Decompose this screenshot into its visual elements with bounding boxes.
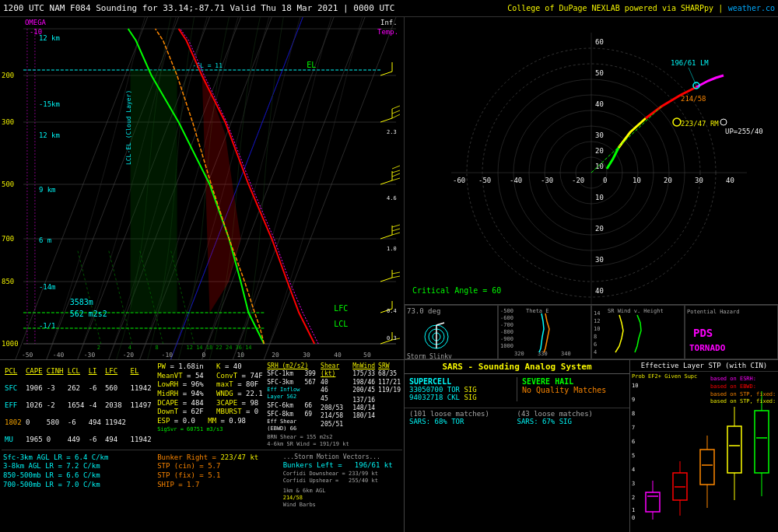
svg-text:10: 10 bbox=[632, 383, 638, 389]
svg-text:TORNADO: TORNADO bbox=[689, 343, 726, 353]
svg-text:Prob EF2+ Given Supc: Prob EF2+ Given Supc bbox=[632, 373, 697, 380]
svg-text:40: 40 bbox=[595, 287, 604, 295]
svg-text:Theta E: Theta E bbox=[526, 308, 549, 314]
svg-text:1.0: 1.0 bbox=[387, 246, 397, 252]
svg-text:-10: -10 bbox=[30, 28, 42, 36]
svg-text:214/58: 214/58 bbox=[681, 95, 706, 103]
thetae-panel: -500 -600 -700 -800 -900 1000 320 330 34… bbox=[498, 305, 591, 359]
svg-text:9 km: 9 km bbox=[39, 186, 56, 194]
svg-text:0: 0 bbox=[603, 177, 607, 184]
svg-text:-40: -40 bbox=[510, 177, 522, 184]
sars-supercell-percent: SARS: 68% TOR bbox=[409, 418, 517, 425]
svg-text:PDS: PDS bbox=[693, 327, 713, 339]
svg-text:700: 700 bbox=[2, 235, 14, 243]
svg-text:14: 14 bbox=[594, 310, 600, 317]
hazard-svg: Potential Hazard PDS TORNADO bbox=[685, 306, 778, 359]
svg-text:9: 9 bbox=[632, 397, 635, 403]
sars-hail-header: SEVERE HAIL bbox=[522, 377, 625, 386]
svg-text:20: 20 bbox=[595, 225, 604, 233]
stp-title: Effective Layer STP (with CIN) bbox=[630, 360, 778, 372]
svg-text:Critical Angle = 60: Critical Angle = 60 bbox=[412, 286, 501, 295]
svg-text:5: 5 bbox=[632, 453, 635, 459]
svg-text:10: 10 bbox=[237, 352, 244, 359]
svg-text:-15km: -15km bbox=[39, 100, 60, 108]
sars-hail-percent: SARS: 67% SIG bbox=[517, 418, 626, 425]
svg-text:8: 8 bbox=[594, 334, 597, 340]
svg-text:LFC: LFC bbox=[334, 304, 348, 313]
data-panel: PCL CAPE CINH LCL LI LFC EL SFC 1906 -3 … bbox=[0, 359, 405, 532]
svg-text:4: 4 bbox=[594, 349, 597, 355]
svg-text:1000: 1000 bbox=[2, 340, 19, 348]
svg-text:3583m: 3583m bbox=[70, 298, 93, 306]
svg-text:UP=255/40: UP=255/40 bbox=[725, 128, 763, 135]
storm-slinky-panel: 73.0 deg Storm Slinky bbox=[405, 305, 498, 359]
svg-text:40: 40 bbox=[595, 100, 604, 108]
svg-text:-600: -600 bbox=[500, 315, 513, 321]
svg-text:-800: -800 bbox=[500, 329, 513, 335]
svg-text:7: 7 bbox=[632, 425, 635, 431]
svg-text:223/47 RM: 223/47 RM bbox=[681, 120, 719, 128]
svg-text:-30: -30 bbox=[541, 177, 553, 184]
hodograph-svg: -60 -50 -40 -30 -20 0 10 20 30 40 60 50 … bbox=[405, 17, 778, 305]
header-bar: 1200 UTC NAM F084 Sounding for 33.14;-87… bbox=[0, 0, 778, 17]
svg-text:10: 10 bbox=[595, 194, 604, 201]
skewt-panel: 200 300 500 700 850 1000 12 km -15km 12 … bbox=[0, 17, 405, 359]
svg-text:0.4: 0.4 bbox=[387, 308, 397, 314]
sr-wind-panel: 14 12 10 8 6 4 SR Wind v. Height bbox=[591, 305, 685, 359]
svg-text:3: 3 bbox=[632, 481, 635, 487]
svg-text:-1/1: -1/1 bbox=[39, 322, 56, 330]
svg-text:850: 850 bbox=[2, 278, 14, 285]
sars-id-2: 94032718 CKL SIG bbox=[409, 394, 512, 401]
svg-text:40: 40 bbox=[726, 177, 734, 184]
svg-text:40: 40 bbox=[334, 352, 342, 359]
header-attribution: College of DuPage NEXLAB powered via SHA… bbox=[507, 4, 723, 12]
svg-text:196/61 LM: 196/61 LM bbox=[671, 59, 709, 67]
svg-text:10: 10 bbox=[633, 177, 641, 184]
hodograph-panel: -60 -50 -40 -30 -20 0 10 20 30 40 60 50 … bbox=[405, 17, 778, 305]
svg-text:30: 30 bbox=[595, 131, 604, 139]
svg-text:-900: -900 bbox=[500, 336, 513, 342]
sars-id-1: 33050700 TOR SIG bbox=[409, 386, 512, 394]
thetae-svg: -500 -600 -700 -800 -900 1000 320 330 34… bbox=[499, 306, 591, 359]
sars-title: SARS - Sounding Analog System bbox=[405, 360, 629, 374]
svg-text:Potential Hazard: Potential Hazard bbox=[687, 309, 739, 315]
svg-text:Inf.: Inf. bbox=[380, 19, 398, 26]
svg-text:1000: 1000 bbox=[500, 343, 513, 349]
svg-text:20: 20 bbox=[664, 177, 672, 184]
svg-text:OMEGA: OMEGA bbox=[25, 19, 47, 26]
svg-text:-20: -20 bbox=[572, 177, 584, 184]
svg-text:-14m: -14m bbox=[39, 283, 56, 291]
svg-text:2: 2 bbox=[97, 345, 100, 351]
svg-text:30: 30 bbox=[595, 256, 604, 264]
svg-text:0: 0 bbox=[632, 515, 635, 520]
svg-text:6: 6 bbox=[594, 341, 597, 348]
svg-text:200: 200 bbox=[2, 72, 14, 79]
sars-supercell-loose: (101 loose matches) bbox=[409, 410, 517, 418]
svg-text:LCL-EL (Cloud Layer): LCL-EL (Cloud Layer) bbox=[125, 90, 132, 165]
svg-text:4: 4 bbox=[632, 467, 635, 473]
svg-text:EL: EL bbox=[307, 61, 316, 69]
svg-text:73.0 deg: 73.0 deg bbox=[407, 307, 440, 315]
svg-text:-500: -500 bbox=[500, 308, 513, 314]
header-right: College of DuPage NEXLAB powered via SHA… bbox=[507, 3, 775, 13]
svg-text:30: 30 bbox=[695, 177, 703, 184]
svg-text:2.3: 2.3 bbox=[387, 129, 397, 135]
svg-text:500: 500 bbox=[2, 180, 14, 188]
svg-text:6: 6 bbox=[632, 439, 635, 445]
svg-text:-20: -20 bbox=[123, 352, 135, 359]
svg-text:50: 50 bbox=[595, 69, 604, 77]
storm-slinky-svg: 73.0 deg Storm Slinky bbox=[405, 306, 498, 359]
svg-text:50: 50 bbox=[363, 352, 371, 359]
header-weather: weather.co bbox=[728, 4, 775, 12]
sars-hail-loose: (43 loose matches) bbox=[517, 410, 626, 418]
svg-text:-10: -10 bbox=[162, 352, 173, 359]
svg-text:10: 10 bbox=[595, 163, 604, 170]
svg-text:-30: -30 bbox=[84, 352, 96, 359]
hazard-panel: Potential Hazard PDS TORNADO bbox=[685, 305, 778, 359]
svg-text:0: 0 bbox=[202, 352, 206, 359]
svg-text:20: 20 bbox=[595, 147, 604, 155]
svg-text:60: 60 bbox=[595, 38, 604, 46]
svg-text:-40: -40 bbox=[53, 352, 65, 359]
sars-panel: SARS - Sounding Analog System SUPERCELL … bbox=[405, 359, 630, 532]
svg-text:Storm Slinky: Storm Slinky bbox=[407, 353, 452, 359]
